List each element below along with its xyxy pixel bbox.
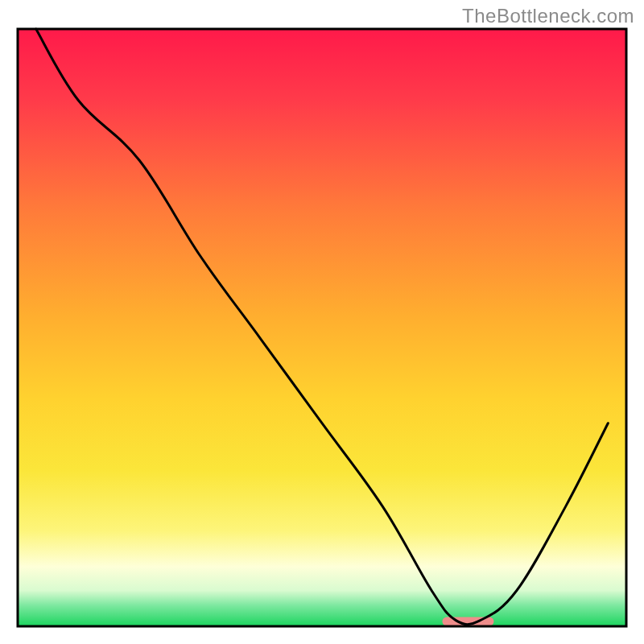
watermark-text: TheBottleneck.com bbox=[462, 5, 634, 27]
bottleneck-chart: TheBottleneck.com bbox=[0, 0, 644, 644]
chart-background bbox=[18, 29, 626, 626]
chart-svg bbox=[0, 0, 644, 644]
